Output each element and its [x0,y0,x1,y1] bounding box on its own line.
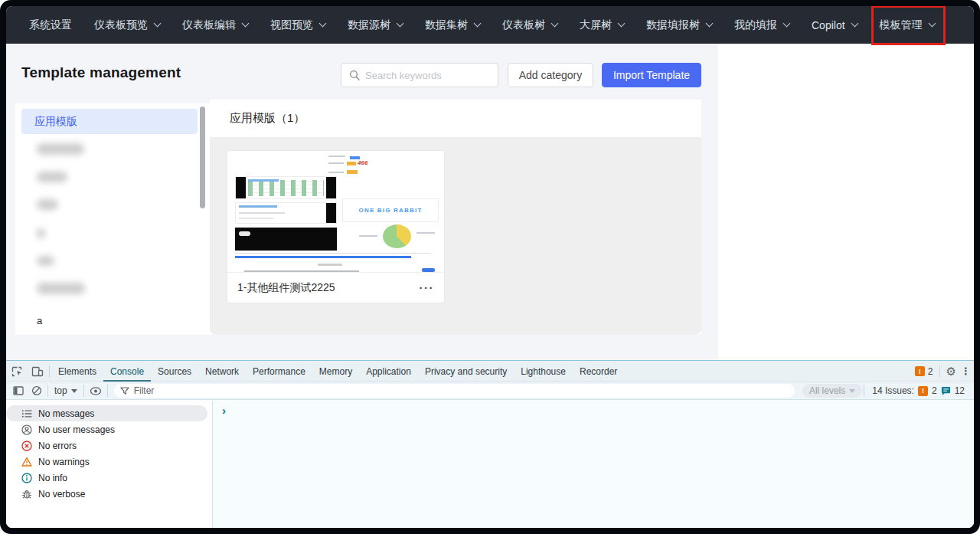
nav-item-my-datafill[interactable]: 我的填报 [734,18,789,32]
chevron-down-icon [71,389,77,393]
inspect-element-icon[interactable] [6,361,27,382]
issue-message-count: 12 [955,385,965,396]
tab-elements[interactable]: Elements [51,361,103,382]
filter-input-box[interactable] [114,384,795,398]
nav-item-dashboard-preview[interactable]: 仪表板预览 [94,18,160,32]
issue-error-count: 2 [932,385,937,396]
console-filter-user-messages[interactable]: No user messages [6,421,207,437]
thumb-table-header [235,256,411,258]
sidebar-item-a[interactable]: a [37,315,42,326]
tab-network[interactable]: Network [198,361,246,382]
issues-counter[interactable]: 14 Issues: ! 2 12 [866,385,971,396]
nav-item-label: 数据源树 [348,18,390,32]
nav-item-bigscreen-tree[interactable]: 大屏树 [580,18,624,32]
divider [107,385,108,397]
nav-item-dashboard-tree[interactable]: 仪表板树 [502,18,557,32]
console-filter-info[interactable]: No info [6,470,207,486]
clear-console-icon[interactable] [28,382,46,399]
console-filter-warnings[interactable]: No warnings [6,454,207,470]
console-filter-verbose[interactable]: No verbose [6,486,207,502]
log-levels-dropdown[interactable]: All levels [802,384,862,398]
tab-console[interactable]: Console [103,361,151,382]
sidebar-item-redacted[interactable] [37,256,54,266]
console-filter-errors[interactable]: No errors [6,437,207,454]
more-menu-icon[interactable]: ⋮ [961,365,971,377]
sidebar-scrollbar[interactable] [200,106,205,208]
chevron-down-icon [783,20,791,28]
divider [939,365,940,378]
nav-item-system-settings[interactable]: 系统设置 [29,18,72,32]
user-icon [21,424,32,435]
bug-icon [21,489,32,500]
content-row: Template management Add category Import … [6,44,974,360]
tab-recorder[interactable]: Recorder [573,361,624,382]
nav-item-dataset-tree[interactable]: 数据集树 [425,18,480,32]
thumb-video-block [235,228,337,251]
nav-item-label: 系统设置 [29,18,72,32]
search-box[interactable] [341,63,498,87]
device-toolbar-icon[interactable] [27,361,47,382]
console-filter-all-messages[interactable]: No messages [6,405,207,421]
sidebar-item-redacted[interactable] [37,228,45,238]
console-prompt-chevron: › [222,405,226,416]
tab-performance[interactable]: Performance [246,361,312,382]
nav-item-label: 仪表板编辑 [182,18,236,32]
eye-icon[interactable] [86,382,106,399]
console-body: No messages No user messages No errors [6,400,974,528]
console-output-area[interactable]: › [213,400,974,528]
chevron-down-icon [154,20,162,28]
sidebar-item-redacted[interactable] [37,172,67,182]
warning-triangle-icon [21,457,32,467]
error-count-badge[interactable]: ! 2 [915,366,933,377]
tab-sources[interactable]: Sources [151,361,198,382]
sidebar-item-redacted[interactable] [37,143,84,155]
nav-item-copilot[interactable]: Copilot [812,19,858,31]
tab-application[interactable]: Application [359,361,418,382]
nav-item-label: 数据集树 [425,18,468,32]
console-filter-label: No info [38,473,67,483]
nav-item-datafill-tree[interactable]: 数据填报树 [646,18,712,32]
devtools-tabbar: Elements Console Sources Network Perform… [6,361,974,382]
error-circle-icon [21,441,32,451]
chevron-down-icon [474,20,482,28]
error-count: 2 [928,366,933,377]
tab-privacy-security[interactable]: Privacy and security [418,361,514,382]
tab-memory[interactable]: Memory [312,361,359,382]
card-footer: 1-其他组件测试2225 ··· [227,272,444,303]
sidebar-item-redacted[interactable] [37,283,85,294]
import-template-button[interactable]: Import Template [602,63,701,87]
card-more-button[interactable]: ··· [420,284,435,292]
error-icon: ! [915,366,925,376]
template-card[interactable]: 466 [227,150,445,303]
console-sidebar-toggle-icon[interactable] [9,382,28,399]
nav-item-dashboard-edit[interactable]: 仪表板编辑 [182,18,248,32]
chevron-down-icon [551,20,559,28]
nav-item-label: 数据填报树 [646,18,700,32]
issue-error-icon: ! [918,386,928,396]
filter-funnel-icon [120,387,129,395]
nav-item-template-management[interactable]: 模板管理 [880,18,935,32]
sidebar-item-redacted[interactable] [37,199,58,210]
nav-item-label: 模板管理 [880,18,923,32]
nav-item-datasource-tree[interactable]: 数据源树 [348,18,403,32]
nav-item-view-preview[interactable]: 视图预览 [270,18,325,32]
console-filter-label: No warnings [38,457,90,467]
context-selector[interactable]: top [50,385,82,396]
chevron-down-icon [618,20,626,28]
filter-input[interactable] [134,385,789,396]
console-filter-label: No verbose [38,489,85,500]
divider [47,385,48,397]
template-grid: 466 [210,138,701,335]
gear-icon[interactable]: ⚙ [946,365,956,377]
nav-item-label: 仪表板预览 [94,18,148,32]
nav-item-label: 我的填报 [734,18,777,32]
category-header: 应用模版（1） [210,100,701,138]
tab-lighthouse[interactable]: Lighthouse [514,361,573,382]
add-category-button[interactable]: Add category [508,63,593,87]
search-input[interactable] [365,70,500,81]
sidebar-item-app-template[interactable]: 应用模版 [21,109,198,134]
nav-item-label: 视图预览 [270,18,313,32]
screenshot-stage: 系统设置 仪表板预览 仪表板编辑 视图预览 数据源树 数据集树 仪表板树 大屏树… [0,0,980,534]
context-label: top [54,385,67,396]
divider [83,385,84,397]
